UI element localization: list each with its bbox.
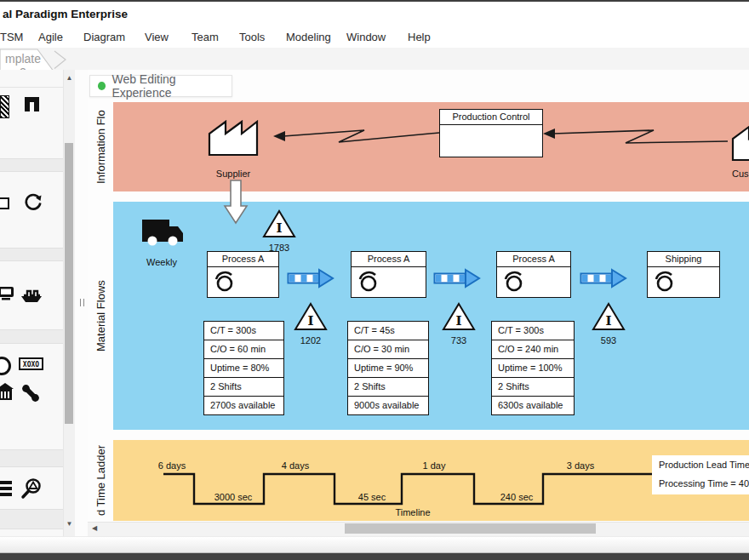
inventory-count: 1202 xyxy=(294,335,328,346)
data-row: C/O = 60 min xyxy=(204,340,283,359)
wait-time-label: 4 days xyxy=(270,460,321,471)
process-box-2[interactable]: Process A xyxy=(351,251,426,298)
lane-title-lead-time[interactable]: d Time Ladder xyxy=(89,440,111,521)
inventory-triangle-icon[interactable]: I xyxy=(262,209,296,239)
palette-section-divider[interactable] xyxy=(0,158,63,172)
data-row: C/T = 45s xyxy=(348,322,428,340)
monitor-icon[interactable] xyxy=(0,287,15,302)
operator-icon xyxy=(653,270,677,294)
menu-diagram[interactable]: Diagram xyxy=(83,31,125,43)
data-row: C/T = 300s xyxy=(204,322,283,340)
process-title: Process A xyxy=(497,252,570,267)
menu-vsm[interactable]: TSM xyxy=(0,31,23,43)
push-arrow-icon[interactable] xyxy=(580,268,627,289)
menu-modeling[interactable]: Modeling xyxy=(286,31,331,43)
hatched-shape-icon[interactable] xyxy=(0,95,9,118)
timeline-title: Timeline xyxy=(379,507,447,517)
data-row: 2 Shifts xyxy=(492,378,574,397)
menu-agile[interactable]: Agile xyxy=(38,31,63,43)
lane-title-material[interactable]: Material Flows xyxy=(89,202,111,430)
canvas-hscrollbar-thumb[interactable] xyxy=(345,523,596,534)
diagram-tab-bar: mplate 2 xyxy=(0,48,749,71)
shipping-box[interactable]: Shipping xyxy=(647,251,720,298)
tab-chevron-icon xyxy=(54,51,66,69)
building-icon[interactable] xyxy=(0,383,14,401)
customer-factory-icon[interactable] xyxy=(730,121,749,163)
scroll-down-arrow[interactable]: ▼ xyxy=(63,519,76,529)
scroll-up-arrow[interactable]: ▲ xyxy=(63,73,76,83)
wait-time-label: 6 days xyxy=(146,460,197,471)
supplier-factory-icon[interactable] xyxy=(207,116,260,158)
scroll-left-arrow[interactable]: ◀ xyxy=(88,522,101,535)
data-row: 2700s available xyxy=(204,397,283,414)
shipment-frequency-label: Weekly xyxy=(133,257,191,267)
palette-section-divider[interactable] xyxy=(0,449,63,467)
boat-icon[interactable] xyxy=(20,285,43,304)
process-title: Process A xyxy=(352,252,426,267)
push-arrow-icon[interactable] xyxy=(433,268,481,289)
bottom-dark-bar xyxy=(0,552,749,560)
stacked-bars-icon[interactable] xyxy=(0,479,14,498)
process-data-box-3[interactable]: C/T = 300s C/O = 240 min Uptime = 100% 2… xyxy=(491,321,575,415)
menu-window[interactable]: Window xyxy=(346,31,386,43)
diagram-canvas[interactable]: Information Flo Material Flows d Time La… xyxy=(88,70,749,522)
data-row: Uptime = 90% xyxy=(348,359,428,378)
ring-shape-icon[interactable] xyxy=(0,357,11,375)
palette-scrollbar-thumb[interactable] xyxy=(65,143,73,424)
web-editing-badge[interactable]: Web Editing Experience xyxy=(89,75,232,97)
push-arrow-icon[interactable] xyxy=(287,268,334,289)
menu-bar: TSM Agile Diagram View Team Tools Modeli… xyxy=(0,26,749,48)
process-box-1[interactable]: Process A xyxy=(207,251,279,298)
shape-palette: XOXO xyxy=(0,70,63,536)
svg-text:I: I xyxy=(276,220,282,236)
inventory-triangle-icon[interactable]: I xyxy=(442,301,476,332)
inventory-triangle-icon[interactable]: I xyxy=(592,301,626,332)
process-time-label: 3000 sec xyxy=(208,492,259,502)
palette-section-divider[interactable] xyxy=(0,248,63,261)
splitter-grip-icon[interactable] xyxy=(80,299,84,306)
svg-text:I: I xyxy=(307,313,313,329)
small-box-icon[interactable] xyxy=(0,197,9,209)
process-time-label: 240 sec xyxy=(491,492,542,502)
menu-team[interactable]: Team xyxy=(192,31,219,43)
lane-title-information[interactable]: Information Flo xyxy=(89,102,111,191)
process-data-box-1[interactable]: C/T = 300s C/O = 60 min Uptime = 80% 2 S… xyxy=(203,321,284,415)
palette-section-divider[interactable] xyxy=(0,509,63,529)
window-title: al Paradigm Enterprise xyxy=(3,8,128,20)
load-leveling-icon[interactable]: XOXO xyxy=(19,357,43,370)
menu-help[interactable]: Help xyxy=(408,31,431,43)
go-see-magnifier-icon[interactable] xyxy=(20,477,43,500)
operator-icon xyxy=(213,270,237,294)
circular-arrow-icon[interactable] xyxy=(22,191,43,212)
supplier-label: Supplier xyxy=(200,169,266,179)
data-row: 6300s available xyxy=(492,397,574,414)
green-status-dot-icon xyxy=(98,82,106,90)
production-control-label: Production Control xyxy=(440,110,542,125)
processing-time: Processing Time = 40.3 xyxy=(652,474,749,493)
menu-view[interactable]: View xyxy=(145,31,169,43)
truck-shipment-icon[interactable] xyxy=(139,209,185,250)
data-row: Uptime = 80% xyxy=(204,359,283,378)
menu-tools[interactable]: Tools xyxy=(239,31,265,43)
svg-text:I: I xyxy=(455,313,461,329)
workcell-icon[interactable] xyxy=(22,94,42,114)
operator-icon xyxy=(357,270,380,294)
production-control-box[interactable]: Production Control xyxy=(439,109,543,157)
customer-label: Cus xyxy=(732,169,749,179)
badge-label: Web Editing Experience xyxy=(111,72,232,100)
svg-text:I: I xyxy=(605,313,611,329)
title-bar: al Paradigm Enterprise xyxy=(0,2,749,26)
phone-icon[interactable] xyxy=(20,382,41,403)
data-row: C/O = 240 min xyxy=(492,340,574,359)
inventory-count: 733 xyxy=(442,335,476,346)
palette-section-divider[interactable] xyxy=(0,329,63,344)
process-title: Shipping xyxy=(648,252,719,267)
lead-time-summary-box[interactable]: Production Lead Time = Processing Time =… xyxy=(652,455,749,494)
wait-time-label: 3 days xyxy=(555,460,606,471)
operator-icon xyxy=(502,270,526,294)
svg-text:XOXO: XOXO xyxy=(23,361,39,369)
process-box-3[interactable]: Process A xyxy=(496,251,571,298)
inventory-triangle-icon[interactable]: I xyxy=(294,301,328,332)
process-data-box-2[interactable]: C/T = 45s C/O = 30 min Uptime = 90% 2 Sh… xyxy=(347,321,429,415)
process-time-label: 45 sec xyxy=(346,492,397,502)
